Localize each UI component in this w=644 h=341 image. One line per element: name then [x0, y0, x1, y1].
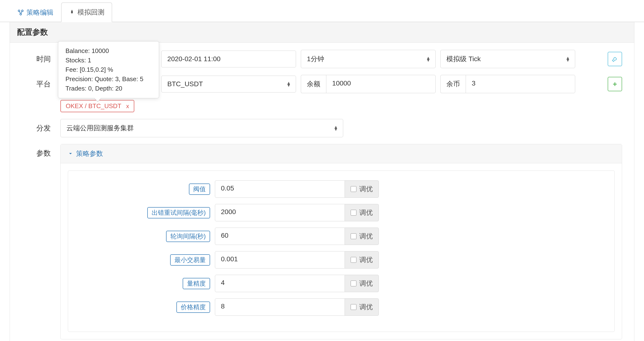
tabs: 策略编辑 模拟回测: [0, 3, 644, 22]
tune-label: 调优: [359, 184, 373, 194]
tune-checkbox[interactable]: [351, 257, 356, 263]
tab-label: 模拟回测: [78, 8, 104, 17]
param-label: 最小交易量: [170, 254, 210, 266]
param-input-group: 0.001调优: [215, 251, 379, 268]
param-tune-toggle[interactable]: 调优: [345, 228, 379, 245]
tune-label: 调优: [359, 255, 373, 264]
label-params: 参数: [12, 144, 56, 158]
params-panel: 策略参数 阀值0.05调优出错重试间隔(毫秒)2000调优轮询间隔(秒)60调优…: [60, 144, 622, 339]
panel-title: 配置参数: [10, 22, 634, 43]
settings-button[interactable]: [608, 52, 622, 66]
param-label-wrap: 出错重试间隔(毫秒): [75, 207, 210, 218]
panel-body: 时间 - 2020-02-01 11:00 1分钟 ▴▾ 模拟级 Tick ▴▾…: [10, 43, 634, 341]
tab-backtest[interactable]: 模拟回测: [61, 3, 112, 22]
param-input-group: 8调优: [215, 298, 379, 316]
pair-select[interactable]: BTC_USDT ▴▾: [161, 76, 296, 93]
params-container: 策略参数 阀值0.05调优出错重试间隔(毫秒)2000调优轮询间隔(秒)60调优…: [60, 144, 622, 339]
rocket-icon: [69, 9, 75, 16]
param-row: 最小交易量0.001调优: [75, 251, 607, 268]
param-input-group: 2000调优: [215, 204, 379, 221]
row-dispatch: 分发 云端公用回测服务集群 ▴▾: [12, 119, 632, 137]
param-row: 阀值0.05调优: [75, 180, 607, 198]
param-label-wrap: 价格精度: [75, 301, 210, 313]
select-arrows-icon: ▴▾: [287, 82, 290, 87]
tune-checkbox[interactable]: [351, 186, 356, 192]
param-row: 出错重试间隔(毫秒)2000调优: [75, 204, 607, 221]
tune-label: 调优: [359, 208, 373, 217]
tooltip-line: Trades: 0, Depth: 20: [66, 84, 152, 93]
end-date-input[interactable]: 2020-02-01 11:00: [161, 51, 296, 68]
param-tune-toggle[interactable]: 调优: [345, 204, 379, 221]
tooltip: Balance: 10000 Stocks: 1 Fee: [0.15,0.2]…: [58, 41, 159, 98]
param-input[interactable]: 0.001: [215, 251, 345, 268]
interval-select[interactable]: 1分钟 ▴▾: [301, 50, 436, 68]
tick-mode-select[interactable]: 模拟级 Tick ▴▾: [440, 50, 575, 68]
plus-icon: +: [613, 80, 617, 88]
param-tune-toggle[interactable]: 调优: [345, 251, 379, 268]
param-label: 轮询间隔(秒): [166, 231, 210, 242]
param-label-wrap: 最小交易量: [75, 254, 210, 266]
tag-text: OKEX / BTC_USDT: [66, 102, 121, 110]
tab-strategy-edit[interactable]: 策略编辑: [10, 3, 61, 22]
tooltip-line: Stocks: 1: [66, 56, 152, 65]
param-label: 量精度: [183, 278, 210, 289]
dispatch-select[interactable]: 云端公用回测服务集群 ▴▾: [60, 119, 343, 137]
chevron-down-icon: [68, 151, 73, 156]
param-tune-toggle[interactable]: 调优: [345, 298, 379, 316]
param-input[interactable]: 60: [215, 228, 345, 245]
add-button[interactable]: +: [608, 77, 622, 91]
tune-checkbox[interactable]: [351, 280, 356, 286]
stock-group: 余币 3: [440, 75, 575, 93]
param-input[interactable]: 8: [215, 298, 345, 316]
param-input[interactable]: 2000: [215, 204, 345, 221]
param-input-group: 60调优: [215, 228, 379, 245]
param-label: 价格精度: [176, 301, 210, 313]
param-label-wrap: 阀值: [75, 183, 210, 195]
params-list: 阀值0.05调优出错重试间隔(毫秒)2000调优轮询间隔(秒)60调优最小交易量…: [68, 171, 615, 332]
stock-label: 余币: [440, 75, 466, 93]
share-icon: [17, 9, 24, 16]
param-input-group: 0.05调优: [215, 180, 379, 198]
param-label-wrap: 量精度: [75, 278, 210, 289]
select-arrows-icon: ▴▾: [427, 57, 430, 61]
select-arrows-icon: ▴▾: [334, 126, 337, 131]
params-panel-toggle[interactable]: 策略参数: [61, 144, 622, 163]
tune-checkbox[interactable]: [351, 304, 356, 310]
param-row: 量精度4调优: [75, 275, 607, 292]
param-label: 阀值: [189, 183, 210, 195]
param-label-wrap: 轮询间隔(秒): [75, 231, 210, 242]
param-tune-toggle[interactable]: 调优: [345, 275, 379, 292]
tune-checkbox[interactable]: [351, 210, 356, 216]
tag-row: Balance: 10000 Stocks: 1 Fee: [0.15,0.2]…: [12, 100, 632, 112]
param-input-group: 4调优: [215, 275, 379, 292]
label-platform: 平台: [12, 79, 56, 89]
tooltip-line: Precision: Quote: 3, Base: 5: [66, 74, 152, 84]
select-arrows-icon: ▴▾: [566, 57, 569, 61]
close-icon[interactable]: x: [126, 103, 129, 110]
wrench-icon: [612, 56, 618, 62]
stock-input[interactable]: 3: [466, 75, 575, 93]
label-dispatch: 分发: [12, 123, 56, 133]
param-row: 价格精度8调优: [75, 298, 607, 316]
param-input[interactable]: 0.05: [215, 180, 345, 198]
param-row: 轮询间隔(秒)60调优: [75, 228, 607, 245]
balance-group: 余额 10000: [301, 75, 436, 93]
config-panel: 配置参数 时间 - 2020-02-01 11:00 1分钟 ▴▾ 模拟级 Ti…: [10, 22, 634, 341]
row-params: 参数 策略参数 阀值0.05调优出错重试间隔(毫秒)2000调优轮询间隔(秒)6…: [12, 144, 632, 339]
tooltip-line: Balance: 10000: [66, 46, 152, 56]
label-time: 时间: [12, 54, 56, 64]
balance-input[interactable]: 10000: [326, 75, 436, 93]
tab-label: 策略编辑: [26, 8, 54, 17]
balance-label: 余额: [301, 75, 326, 93]
param-input[interactable]: 4: [215, 275, 345, 292]
param-label: 出错重试间隔(毫秒): [147, 207, 210, 218]
param-tune-toggle[interactable]: 调优: [345, 180, 379, 198]
tune-label: 调优: [359, 279, 373, 288]
tooltip-line: Fee: [0.15,0.2] %: [66, 65, 152, 74]
tune-label: 调优: [359, 302, 373, 312]
tune-label: 调优: [359, 232, 373, 241]
tune-checkbox[interactable]: [351, 233, 356, 239]
